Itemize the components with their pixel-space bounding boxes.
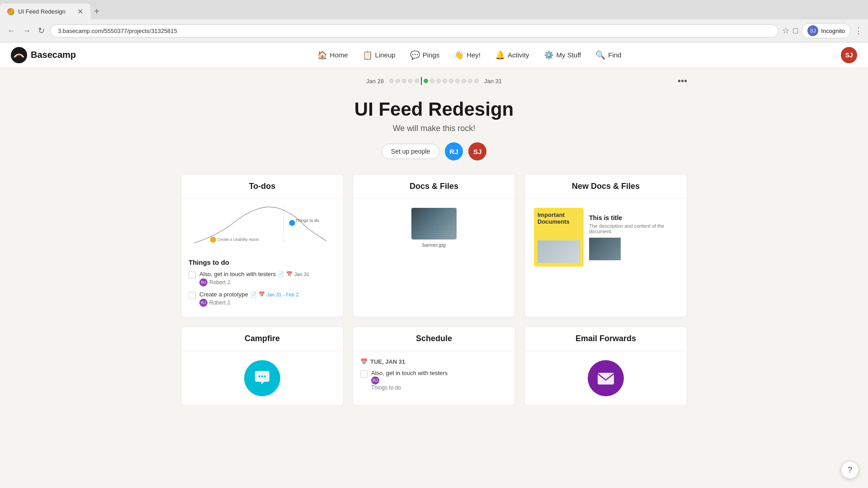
app-nav: Basecamp 🏠 Home 📋 Lineup 💬 Pings 👋 Hey! …	[0, 42, 868, 68]
back-button[interactable]: ←	[5, 24, 17, 38]
setup-people-button[interactable]: Set up people	[382, 144, 439, 159]
tab-close-button[interactable]: ✕	[77, 7, 83, 16]
svg-point-9	[264, 375, 266, 377]
schedule-avatar-icon: RJ	[371, 376, 449, 385]
campfire-svg	[251, 367, 273, 389]
todo-label-1: Also, get in touch with testers	[199, 271, 276, 277]
todo-text-1: Also, get in touch with testers 📄 📅 Jan …	[199, 271, 336, 277]
schedule-checkbox-1[interactable]	[360, 371, 368, 378]
timeline-dot-11[interactable]	[455, 79, 460, 83]
todos-list: Things to do Also, get in touch with tes…	[181, 253, 343, 317]
todo-checkbox-1[interactable]	[189, 272, 196, 279]
address-bar[interactable]	[50, 24, 778, 38]
timeline-dot-3[interactable]	[402, 79, 406, 83]
schedule-title: Schedule	[353, 327, 515, 351]
todo-content-2: Create a prototype 📄 📅 Jan 31 - Feb 2 RJ…	[199, 291, 336, 307]
todo-label-2: Create a prototype	[199, 291, 248, 298]
timeline-dot-10[interactable]	[449, 79, 453, 83]
browser-tab-bar: UI Feed Redesign ✕ +	[0, 0, 868, 19]
incognito-avatar: SJ	[807, 25, 818, 36]
timeline-dot-4[interactable]	[408, 79, 413, 83]
campfire-card: Campfire	[181, 326, 344, 406]
schedule-card: Schedule 📅 TUE, JAN 31 Also, get in touc…	[353, 326, 515, 406]
docs-files-card: Docs & Files banner.jpg	[353, 174, 515, 317]
todo-checkbox-2[interactable]	[189, 292, 196, 299]
nav-pings-label: Pings	[423, 51, 440, 59]
todo-assignee-1: RJ Robert J.	[199, 278, 336, 286]
pings-icon: 💬	[410, 50, 420, 60]
timeline-end-date: Jan 31	[484, 78, 502, 84]
timeline-dot-8[interactable]	[436, 79, 441, 83]
forward-button[interactable]: →	[21, 24, 33, 38]
svg-text:Create a Usability report: Create a Usability report	[217, 237, 259, 242]
mystuff-icon: ⚙️	[544, 50, 554, 60]
timeline-dot-9[interactable]	[443, 79, 447, 83]
new-doc-yellow-title: Important Documents	[538, 211, 580, 225]
timeline-dot-5[interactable]	[415, 79, 419, 83]
todo-assignee-2: RJ Robert J.	[199, 299, 336, 307]
timeline-dot-2[interactable]	[396, 79, 400, 83]
app-logo[interactable]: Basecamp	[11, 47, 76, 63]
refresh-button[interactable]: ↻	[36, 24, 47, 38]
nav-lineup[interactable]: 📋 Lineup	[356, 47, 402, 64]
doc-inner-image	[538, 240, 580, 263]
schedule-item-1: Also, get in touch with testers RJ Thing…	[360, 370, 508, 391]
timeline-dot-7[interactable]	[430, 79, 434, 83]
new-doc-yellow-img	[538, 240, 580, 263]
project-actions: Set up people RJ SJ	[181, 142, 687, 160]
new-doc-text-title: This is title	[589, 214, 678, 221]
todos-card: To-dos Things to do Create a Usability r…	[181, 174, 344, 317]
schedule-sub-1: Things to do	[371, 385, 449, 391]
timeline-bar: Jan 28 Jan 31 •••	[181, 68, 687, 89]
nav-home[interactable]: 🏠 Home	[311, 47, 354, 64]
schedule-member-avatar: RJ	[371, 376, 379, 385]
nav-hey[interactable]: 👋 Hey!	[448, 47, 487, 64]
doc-thumbnail-banner[interactable]: banner.jpg	[411, 208, 457, 248]
timeline-dot-13[interactable]	[468, 79, 472, 83]
profile-icon[interactable]: □	[793, 26, 798, 36]
todos-chart-svg: Things to do Create a Usability report	[185, 202, 340, 249]
nav-home-label: Home	[330, 51, 348, 59]
timeline-dot-1[interactable]	[389, 79, 394, 83]
project-subtitle: We will make this rock!	[181, 124, 687, 133]
incognito-label: Incognito	[821, 28, 845, 34]
schedule-item-content-1: Also, get in touch with testers RJ Thing…	[371, 370, 449, 391]
incognito-button[interactable]: SJ Incognito	[802, 23, 851, 38]
attachment-icon-2: 📄	[250, 291, 257, 298]
lineup-icon: 📋	[363, 50, 373, 60]
nav-activity[interactable]: 🔔 Activity	[489, 47, 536, 64]
timeline-dot-12[interactable]	[462, 79, 466, 83]
campfire-icon[interactable]	[244, 360, 280, 396]
new-doc-photo-small[interactable]	[589, 238, 621, 260]
member-avatar-sj[interactable]: SJ	[468, 142, 486, 160]
email-icon[interactable]	[588, 360, 624, 396]
new-tab-button[interactable]: +	[90, 6, 103, 17]
timeline-dot-14[interactable]	[474, 79, 479, 83]
menu-icon[interactable]: ⋮	[854, 26, 863, 36]
new-doc-yellow-card[interactable]: Important Documents	[534, 208, 584, 267]
calendar-icon-2: 📅	[259, 291, 265, 297]
active-tab[interactable]: UI Feed Redesign ✕	[0, 4, 90, 19]
logo-text: Basecamp	[31, 50, 76, 60]
svg-text:Things to do: Things to do	[296, 218, 319, 223]
todos-section-title: Things to do	[189, 258, 336, 266]
nav-mystuff[interactable]: ⚙️ My Stuff	[538, 47, 588, 64]
assignee-name-1: Robert J.	[209, 279, 231, 286]
schedule-calendar-icon: 📅	[360, 358, 368, 365]
member-avatar-rj[interactable]: RJ	[445, 142, 463, 160]
user-avatar[interactable]: SJ	[841, 47, 857, 63]
todo-item-2: Create a prototype 📄 📅 Jan 31 - Feb 2 RJ…	[189, 291, 336, 307]
timeline-dot-6[interactable]	[424, 79, 428, 83]
nav-pings[interactable]: 💬 Pings	[404, 47, 446, 64]
browser-chrome: UI Feed Redesign ✕ + ← → ↻ ☆ □ SJ Incogn…	[0, 0, 868, 42]
activity-icon: 🔔	[495, 50, 505, 60]
nav-hey-label: Hey!	[467, 51, 481, 59]
nav-find[interactable]: 🔍 Find	[589, 47, 627, 64]
project-title: UI Feed Redesign	[181, 99, 687, 120]
new-doc-right-panel: This is title The description and conten…	[589, 208, 678, 267]
assignee-avatar-2: RJ	[199, 299, 208, 307]
svg-point-4	[210, 237, 216, 243]
timeline-more-button[interactable]: •••	[678, 76, 687, 86]
todo-text-2: Create a prototype 📄 📅 Jan 31 - Feb 2	[199, 291, 336, 298]
bookmark-icon[interactable]: ☆	[782, 26, 789, 36]
